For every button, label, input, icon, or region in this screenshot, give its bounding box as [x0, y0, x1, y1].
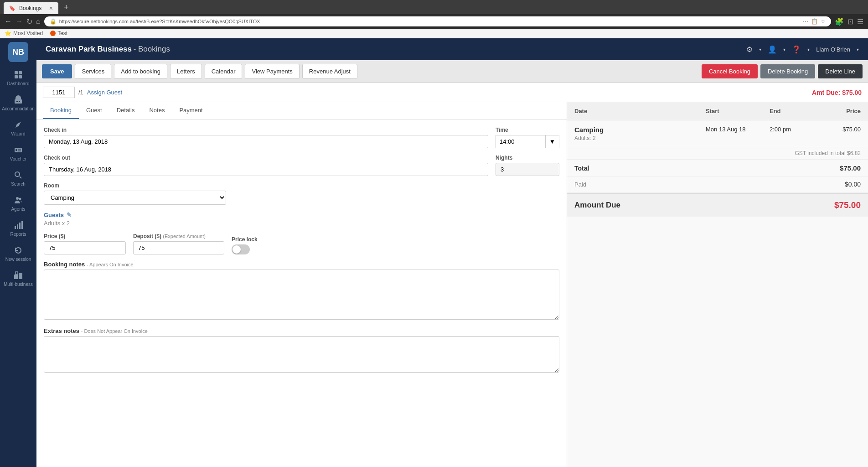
room-label: Room [44, 182, 559, 189]
total-label: Total [574, 165, 589, 172]
tab-close-btn[interactable]: × [49, 5, 53, 12]
booking-notes-textarea[interactable] [44, 270, 559, 320]
sidebar-item-reports[interactable]: Reports [0, 216, 36, 241]
summary-header: Date Start End Price [567, 102, 868, 120]
star-icon[interactable]: ☆ [821, 18, 826, 25]
col-start-header: Start [706, 108, 770, 114]
price-label: Price ($) [44, 233, 126, 239]
letters-button[interactable]: Letters [170, 64, 202, 79]
menu-icon[interactable]: ☰ [857, 17, 863, 26]
room-select[interactable]: Camping [44, 191, 226, 205]
bookmarks-bar: ⭐ Most Visited Test [0, 29, 868, 38]
booking-number-input[interactable] [43, 87, 75, 98]
bookmark-most-visited[interactable]: ⭐ Most Visited [5, 30, 43, 36]
agents-label: Agents [11, 207, 25, 212]
time-dropdown-btn[interactable]: ▼ [546, 135, 559, 148]
deposit-sub: (Expected Amount) [163, 234, 206, 239]
delete-booking-button[interactable]: Delete Booking [760, 64, 815, 78]
tab-booking[interactable]: Booking [43, 102, 79, 119]
help-arrow[interactable]: ▾ [807, 47, 810, 52]
user-icon[interactable]: 👤 [768, 45, 777, 54]
sidebar-item-wizard[interactable]: Wizard [0, 116, 36, 141]
deposit-input[interactable] [133, 241, 224, 254]
more-icon[interactable]: ⋯ [803, 18, 808, 25]
reports-label: Reports [10, 232, 26, 237]
extras-notes-label-row: Extras notes - Does Not Appear On Invoic… [44, 327, 559, 334]
checkin-group: Check in [44, 127, 488, 148]
assign-guest-link[interactable]: Assign Guest [87, 89, 122, 96]
deposit-label: Deposit ($) (Expected Amount) [133, 233, 224, 239]
svg-rect-1 [19, 71, 22, 74]
svg-rect-16 [14, 275, 18, 279]
price-input[interactable] [44, 241, 126, 254]
reader-icon[interactable]: 📋 [811, 18, 818, 25]
active-tab[interactable]: 🔖 Bookings × [4, 2, 58, 14]
bookmark-test[interactable]: Test [50, 30, 67, 36]
tab-notes[interactable]: Notes [142, 102, 172, 119]
summary-type-cell: Camping Adults: 2 [574, 126, 706, 141]
agents-icon [14, 196, 23, 205]
header-section: Bookings [138, 45, 170, 53]
booking-bar: /1 Assign Guest Amt Due: $75.00 [36, 83, 868, 102]
save-button[interactable]: Save [42, 64, 72, 78]
url-text: https://secure.netbookings.com.au/test/B… [59, 19, 800, 24]
time-input[interactable] [496, 135, 546, 148]
main-content: Caravan Park Business - Bookings ⚙ ▾ 👤 ▾… [36, 38, 868, 467]
extras-notes-textarea[interactable] [44, 336, 559, 373]
delete-line-button[interactable]: Delete Line [818, 64, 863, 78]
user-arrow[interactable]: ▾ [783, 47, 785, 52]
back-btn[interactable]: ← [5, 17, 12, 26]
svg-rect-3 [19, 75, 22, 78]
guests-edit-icon[interactable]: ✎ [67, 211, 72, 218]
add-to-booking-button[interactable]: Add to booking [114, 64, 167, 79]
checkout-row: Check out Nights [44, 155, 559, 176]
guests-section: Guests ✎ Adults x 2 [44, 211, 559, 227]
refresh-btn[interactable]: ↻ [26, 17, 32, 26]
home-btn[interactable]: ⌂ [36, 17, 41, 26]
sidebar-item-search[interactable]: Search [0, 166, 36, 191]
header-right: ⚙ ▾ 👤 ▾ ❓ ▾ Liam O'Brien ▾ [746, 45, 859, 54]
booking-notes-label-row: Booking notes - Appears On Invoice [44, 261, 559, 268]
dashboard-icon [14, 70, 23, 79]
sidebar-item-new-session[interactable]: New session [0, 241, 36, 266]
sidebar-item-multi-business[interactable]: Multi-business [0, 266, 36, 292]
deposit-group: Deposit ($) (Expected Amount) [133, 233, 224, 254]
revenue-adjust-button[interactable]: Revenue Adjust [302, 64, 357, 79]
user-name-arrow[interactable]: ▾ [857, 47, 859, 52]
address-bar[interactable]: 🔒 https://secure.netbookings.com.au/test… [44, 16, 831, 26]
amount-due-value: $75.00 [834, 200, 861, 210]
maximize-icon[interactable]: ⊡ [847, 17, 853, 26]
booking-number-group: /1 Assign Guest [43, 87, 122, 98]
booking-notes-sub: - Appears On Invoice [87, 262, 134, 267]
cancel-booking-button[interactable]: Cancel Booking [702, 64, 758, 78]
tab-title: Bookings [19, 5, 41, 11]
sidebar-item-agents[interactable]: Agents [0, 191, 36, 216]
search-icon [14, 171, 23, 180]
sidebar-item-voucher[interactable]: Voucher [0, 141, 36, 166]
star-bookmark-icon: ⭐ [5, 30, 11, 36]
checkout-input[interactable] [44, 163, 488, 176]
sidebar-item-dashboard[interactable]: Dashboard [0, 66, 36, 91]
new-tab-btn[interactable]: + [60, 2, 72, 13]
sidebar-item-accommodation[interactable]: Accommodation [0, 91, 36, 116]
forward-btn[interactable]: → [16, 17, 23, 26]
header-settings-arrow[interactable]: ▾ [759, 47, 761, 52]
checkin-input[interactable] [44, 135, 488, 148]
nights-input[interactable] [496, 163, 559, 176]
header-title-group: Caravan Park Business - Bookings [46, 45, 170, 54]
wizard-icon [14, 120, 23, 130]
summary-data-row: Camping Adults: 2 Mon 13 Aug 18 2:00 pm … [567, 120, 868, 147]
tab-payment[interactable]: Payment [172, 102, 210, 119]
settings-icon[interactable]: ⚙ [746, 45, 753, 54]
help-icon[interactable]: ❓ [792, 45, 801, 54]
calendar-button[interactable]: Calendar [205, 64, 243, 79]
view-payments-button[interactable]: View Payments [245, 64, 299, 79]
app-name: Caravan Park Business [46, 45, 132, 53]
toolbar: Save Services Add to booking Letters Cal… [36, 60, 868, 83]
services-button[interactable]: Services [75, 64, 111, 79]
time-label: Time [496, 127, 559, 133]
extensions-icon[interactable]: 🧩 [835, 17, 844, 26]
tab-guest[interactable]: Guest [79, 102, 109, 119]
tab-details[interactable]: Details [109, 102, 142, 119]
price-lock-toggle[interactable] [232, 244, 250, 254]
